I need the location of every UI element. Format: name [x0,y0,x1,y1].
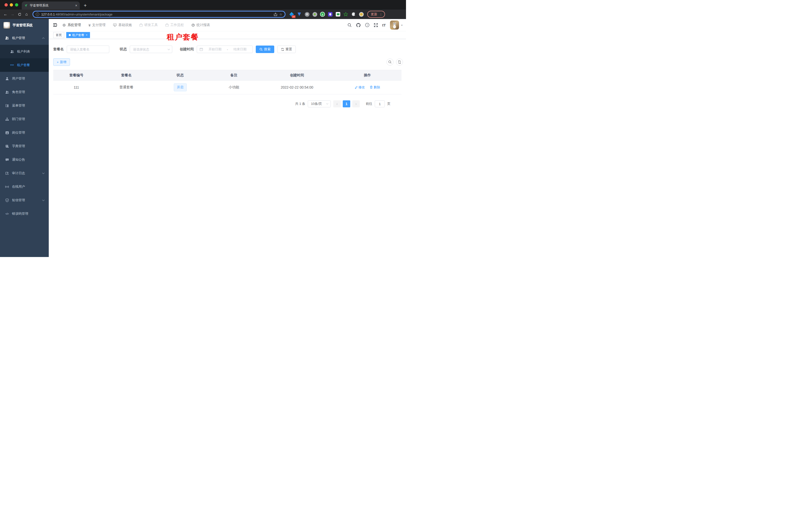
extension-y-icon[interactable]: y [320,12,325,17]
browser-tab[interactable]: 芋道管理系统 × [22,1,80,9]
browser-tabstrip: 芋道管理系统 × + [0,0,406,9]
extension-chat-icon[interactable] [336,12,341,17]
tag-close-icon[interactable]: × [86,33,87,37]
nav-item-system[interactable]: 系统管理 [62,23,81,27]
sidebar-logo-row[interactable]: 芋道管理系统 [0,19,49,31]
nav-item-reports[interactable]: 统计报表 [191,23,210,27]
nav-item-workflow[interactable]: 工作流程 [165,23,184,27]
zoom-window-button[interactable] [15,3,18,6]
purple-shield-icon [328,12,332,17]
status-select-input[interactable] [130,46,168,53]
sidebar-item-label: 短信管理 [12,198,25,202]
goto-label: 前往 [366,102,372,106]
col-actions: 操作 [333,70,402,81]
sidebar-item-tenant-management[interactable]: 租户管理 [0,31,49,45]
sidebar-item-tenant-package[interactable]: 租户套餐 [0,58,49,72]
date-range-picker[interactable]: 开始日期 - 结束日期 [197,46,253,53]
table-toolbar: + 新增 [53,58,406,66]
extension-dict-icon[interactable]: 10 [289,12,294,17]
filter-form: 套餐名 状态 创建时间 开始日期 - 结束日期 [53,46,406,53]
sidebar-item-menu-management[interactable]: 菜单管理 [0,99,49,112]
browser-toolbar: ← → ⌂ i 127.0.0.1:48080/admin-ui/system/… [0,9,406,19]
sidebar-collapse-icon[interactable] [53,23,57,27]
sidebar-item-label: 通知公告 [12,157,25,162]
site-info-icon[interactable]: i [36,12,39,16]
menu-tree-icon [5,104,9,108]
minimize-window-button[interactable] [10,3,13,6]
reset-button[interactable]: 重置 [277,46,296,53]
url-text: 127.0.0.1:48080/admin-ui/system/tenant/p… [41,12,272,16]
extension-emoji-icon[interactable] [359,12,364,17]
extension-command-icon[interactable]: ⌘ [304,12,310,17]
sidebar-item-dict-management[interactable]: 字典管理 [0,139,49,153]
nav-item-infra[interactable]: 基础设施 [113,23,132,27]
close-window-button[interactable] [4,3,8,6]
bookmark-star-icon[interactable]: ☆ [279,12,282,16]
sidebar-item-error-code[interactable]: </> 错误码管理 [0,207,49,220]
new-tab-button[interactable]: + [84,3,87,9]
end-date-placeholder[interactable]: 结束日期 [230,47,250,52]
status-select[interactable] [130,46,172,53]
package-table: 套餐编号 套餐名 状态 备注 创建时间 操作 111 普通套餐 [53,70,402,94]
avatar[interactable]: 0:20 [390,21,399,29]
next-page-button[interactable]: › [352,100,360,107]
nav-item-payment[interactable]: ¥ 支付管理 [88,23,106,27]
extension-gem-icon[interactable] [297,12,302,17]
browser-menu-icon[interactable]: ⋮ [379,12,382,16]
package-name-input-wrap [67,46,109,53]
sidebar-item-label: 租户列表 [17,49,30,54]
sidebar-item-sms-management[interactable]: 短信管理 [0,193,49,207]
back-button[interactable]: ← [2,12,9,17]
tag-home[interactable]: 首页 [53,32,64,38]
prev-page-button[interactable]: ‹ [333,100,341,107]
sidebar: 芋道管理系统 租户管理 租户列表 [0,19,49,257]
sidebar-item-role-management[interactable]: 角色管理 [0,85,49,99]
sidebar-item-tenant-list[interactable]: 租户列表 [0,45,49,58]
col-package-name: 套餐名 [99,70,153,81]
extension-record-icon[interactable] [312,12,317,17]
tab-close-icon[interactable]: × [75,3,77,7]
font-size-icon[interactable]: tT [382,23,386,27]
sidebar-item-label: 租户套餐 [17,63,30,67]
search-icon[interactable] [348,23,352,27]
refresh-table-button[interactable] [396,59,403,65]
address-bar[interactable]: i 127.0.0.1:48080/admin-ui/system/tenant… [32,11,286,18]
nav-item-devtools[interactable]: 研发工具 [139,23,158,27]
add-button[interactable]: + 新增 [53,58,70,66]
nav-item-label: 研发工具 [144,23,158,27]
filter-name-label: 套餐名 [53,47,64,52]
delete-link[interactable]: 删除 [370,85,380,89]
sidebar-item-post-management[interactable]: 岗位管理 [0,126,49,139]
sidebar-item-online-users[interactable]: 在线用户 [0,180,49,193]
app-shell: 芋道管理系统 租户管理 租户列表 [0,19,406,257]
filter-time-label: 创建时间 [180,47,194,52]
package-name-input[interactable] [67,46,109,53]
filter-status-label: 状态 [120,47,127,52]
browser-update-button[interactable]: 更新 ⋮ [367,11,385,18]
goto-page-input[interactable] [375,100,385,107]
avatar-caret-icon[interactable]: ▾ [401,24,403,27]
fullscreen-icon[interactable] [374,23,378,27]
home-button[interactable]: ⌂ [23,12,30,17]
sidebar-item-notice[interactable]: 通知公告 [0,153,49,166]
reload-button[interactable] [16,12,23,16]
extension-star-icon[interactable] [343,12,348,17]
broadcast-icon [5,185,9,189]
page-1-button[interactable]: 1 [343,100,350,107]
search-button[interactable]: 搜索 [256,46,274,53]
share-icon[interactable] [274,12,277,16]
extension-shield-icon[interactable] [328,12,333,17]
gear-icon [62,23,66,27]
page-size-select[interactable]: 10条/页 [308,100,331,107]
forward-button[interactable]: → [9,12,16,17]
edit-link[interactable]: 修改 [355,85,365,89]
tag-tenant-package[interactable]: 租户套餐 × [66,32,90,38]
sidebar-item-user-management[interactable]: 用户管理 [0,72,49,85]
sidebar-item-audit-log[interactable]: 审计日志 [0,166,49,180]
start-date-placeholder[interactable]: 开始日期 [205,47,225,52]
show-search-toggle-button[interactable] [386,59,394,65]
sidebar-item-dept-management[interactable]: 部门管理 [0,112,49,126]
help-icon[interactable]: ? [365,23,370,27]
github-icon[interactable] [356,23,361,28]
extensions-puzzle-icon[interactable] [351,12,356,17]
